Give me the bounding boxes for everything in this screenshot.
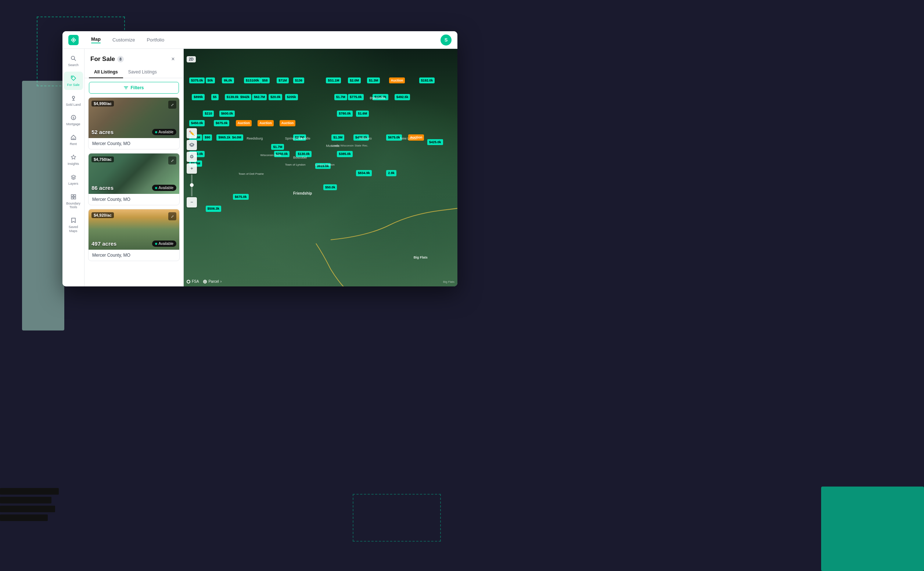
map-bottom-controls: FSA Parcel › — [187, 279, 221, 284]
svg-point-2 — [72, 76, 73, 77]
rent-icon — [70, 134, 77, 141]
listing-price-2: $4,750/ac — [91, 156, 114, 162]
listing-acres-3: 497 acres — [91, 241, 116, 247]
saved-maps-icon — [70, 217, 77, 224]
mortgage-icon: $ — [70, 114, 77, 121]
panel-tabs: All Listings Saved Listings — [85, 66, 183, 78]
svg-point-3 — [73, 96, 74, 99]
sidebar-item-layers[interactable]: Layers — [64, 170, 83, 189]
city-label-big-flats: Big Flats — [414, 256, 428, 259]
city-label: Reedsburg — [247, 137, 263, 140]
listings-container: $4,990/ac ⤢ 52 acres Available Mercer Co… — [85, 97, 183, 286]
sidebar-item-search[interactable]: Search — [64, 52, 83, 70]
nav-tabs: Map Customize Portfolio — [86, 34, 433, 46]
listing-acres-2: 86 acres — [91, 185, 114, 191]
listing-price-1: $4,990/ac — [91, 100, 114, 106]
map-zoom-in-button[interactable]: + — [187, 164, 197, 174]
panel-count: 8 — [117, 56, 124, 62]
listing-card-2[interactable]: $4,750/ac ⤢ 86 acres Available Mercer Co… — [88, 153, 180, 205]
user-avatar[interactable]: S — [440, 34, 451, 46]
city-label: Friendship — [293, 191, 312, 195]
sidebar-boundary-tools-label: Boundary Tools — [65, 202, 82, 210]
sidebar-item-sold-land[interactable]: Sold Land — [64, 91, 83, 110]
city-label: New Lisbon — [400, 137, 417, 140]
app-window: Map Customize Portfolio S Search — [62, 31, 457, 286]
sidebar-item-for-sale[interactable]: For Sale — [64, 72, 83, 90]
sidebar-search-label: Search — [68, 63, 79, 67]
listing-card-3[interactable]: $4,920/ac ⤢ 497 acres Available Mercer C… — [88, 209, 180, 261]
tab-all-listings[interactable]: All Listings — [89, 66, 123, 78]
top-nav: Map Customize Portfolio S — [62, 31, 457, 49]
listing-location-2: Mercer County, MO — [88, 194, 179, 205]
city-label: Town of Dell Prairie — [238, 172, 264, 176]
insights-icon — [70, 153, 77, 161]
sidebar-saved-maps-label: Saved Maps — [65, 225, 82, 233]
search-icon — [70, 55, 77, 62]
deco-bars — [0, 488, 60, 523]
map-settings-button[interactable]: ⚙ — [187, 152, 197, 162]
city-label: Lower Wisconsin State Rec. — [331, 144, 368, 147]
main-content: Search For Sale Sold L — [62, 49, 457, 286]
city-label: Wisconsin Dells — [261, 153, 281, 157]
panel-title: For Sale 8 — [90, 56, 124, 63]
listing-status-3: Available — [152, 241, 176, 247]
listing-expand-1[interactable]: ⤢ — [168, 100, 176, 109]
deco-green-left — [22, 81, 64, 330]
sidebar-item-mortgage[interactable]: $ Mortgage — [64, 111, 83, 129]
listing-card-1[interactable]: $4,990/ac ⤢ 52 acres Available Mercer Co… — [88, 97, 180, 150]
tab-portfolio[interactable]: Portfolio — [141, 34, 169, 46]
deco-green-br — [821, 486, 924, 571]
fsa-radio — [187, 280, 190, 284]
tab-map[interactable]: Map — [86, 34, 106, 46]
sidebar-item-rent[interactable]: Rent — [64, 131, 83, 149]
listing-location-3: Mercer County, MO — [88, 250, 179, 261]
tab-customize[interactable]: Customize — [107, 34, 140, 46]
app-logo — [68, 35, 79, 45]
parcel-expand[interactable]: › — [221, 279, 221, 284]
map-attribution: Big Flats — [443, 280, 454, 284]
status-dot-1 — [155, 131, 157, 133]
svg-rect-9 — [71, 197, 73, 199]
filter-icon — [124, 86, 128, 90]
city-label: Boscobel — [293, 156, 307, 159]
status-text-2: Available — [159, 186, 173, 190]
filters-label: Filters — [130, 85, 144, 90]
tab-saved-listings[interactable]: Saved Listings — [123, 66, 162, 78]
parcel-layer-option[interactable]: Parcel › — [203, 279, 221, 284]
status-dot-3 — [155, 243, 157, 245]
sidebar-rent-label: Rent — [70, 142, 77, 146]
sidebar: Search For Sale Sold L — [62, 49, 85, 286]
sidebar-layers-label: Layers — [68, 182, 78, 186]
sidebar-item-insights[interactable]: Insights — [64, 151, 83, 169]
listing-expand-2[interactable]: ⤢ — [168, 156, 176, 165]
map-zoom-out-button[interactable]: − — [187, 197, 197, 207]
zoom-slider[interactable] — [191, 174, 193, 196]
sidebar-for-sale-label: For Sale — [67, 83, 79, 87]
sidebar-sold-land-label: Sold Land — [66, 103, 81, 107]
svg-rect-8 — [74, 194, 76, 196]
sidebar-item-boundary-tools[interactable]: Boundary Tools — [64, 190, 83, 213]
fsa-label: FSA — [192, 279, 199, 284]
map-2d-button[interactable]: 2D — [187, 56, 196, 62]
city-label: Town of Lyndon — [285, 163, 306, 166]
parcel-radio — [203, 280, 207, 284]
listing-status-1: Available — [152, 129, 176, 135]
for-sale-icon — [70, 74, 77, 82]
listing-expand-3[interactable]: ⤢ — [168, 212, 176, 220]
for-sale-panel: For Sale 8 × All Listings Saved Listings… — [85, 49, 184, 286]
city-label: La Valle — [299, 137, 311, 140]
panel-close-button[interactable]: × — [168, 55, 178, 63]
sidebar-item-saved-maps[interactable]: Saved Maps — [64, 214, 83, 236]
parcel-label: Parcel — [208, 279, 219, 284]
map-area[interactable]: $375.0k $0k 9k,0k $1S100k $58 $71M $136 … — [184, 49, 457, 286]
map-pencil-button[interactable]: ✏️ — [187, 128, 197, 139]
map-layers-button[interactable] — [187, 140, 197, 150]
layers-icon — [70, 173, 77, 181]
filters-button[interactable]: Filters — [89, 82, 179, 94]
sidebar-insights-label: Insights — [68, 162, 79, 166]
listing-image-2: $4,750/ac ⤢ 86 acres Available — [88, 153, 179, 194]
zoom-handle — [190, 183, 194, 187]
sold-land-icon — [70, 94, 77, 102]
listing-acres-1: 52 acres — [91, 129, 114, 135]
fsa-layer-option[interactable]: FSA — [187, 279, 199, 284]
